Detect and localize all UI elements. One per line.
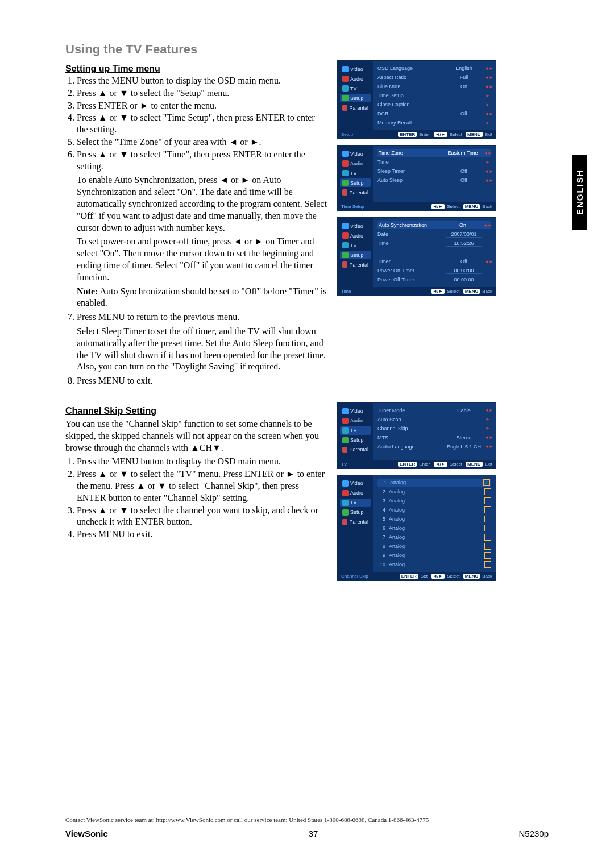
osd-tab-tv: TV [340, 499, 371, 507]
heading-time-menu: Setting up Time menu [65, 64, 327, 74]
video-icon [342, 480, 349, 487]
steps-channel-skip: Press the MENU button to display the OSD… [65, 456, 327, 541]
audio-icon [342, 490, 349, 496]
step: Press ▲ or ▼ to select the "Setup" menu. [77, 88, 327, 99]
step: Press ▲ or ▼ to select the "TV" menu. Pr… [77, 468, 327, 504]
osd-row: Audio LanguageEnglish 5.1 CH◄► [377, 443, 491, 451]
osd-title: TV [341, 462, 347, 467]
audio-icon [342, 418, 349, 424]
video-icon [342, 408, 349, 414]
parental-icon [342, 519, 347, 525]
osd-hints: ENTEREnter ◄/►Select MENUExit [396, 132, 492, 137]
language-tab: ENGLISH [572, 155, 587, 230]
audio-icon [342, 232, 349, 239]
osd-tab-video: Video [340, 407, 371, 416]
setup-icon [342, 180, 349, 186]
osd-row: Aspect RatioFull◄► [377, 73, 491, 81]
osd-row: Auto SynchronizationOn◄► [377, 221, 491, 229]
checkbox-icon [484, 525, 491, 531]
tv-icon [342, 427, 349, 434]
osd-row: Close Caption► [377, 101, 491, 109]
osd-title: Time [341, 289, 351, 294]
osd-row: Date2007/03/01 [377, 230, 491, 238]
osd-tab-audio: Audio [340, 417, 371, 425]
setup-icon [342, 252, 349, 258]
osd-row: Sleep TimerOff◄► [377, 167, 491, 175]
osd-tab-audio: Audio [340, 74, 371, 83]
osd-title: Setup [341, 132, 353, 137]
osd-setup: VideoAudioTVSetupParental OSD LanguageEn… [337, 60, 496, 139]
checkbox-icon [484, 534, 491, 541]
channel-row: 10Analog [377, 560, 491, 568]
audio-icon [342, 76, 349, 82]
osd-tv: VideoAudioTVSetupParental Tuner ModeCabl… [337, 402, 496, 469]
osd-time: VideoAudioTVSetupParental Auto Synchroni… [337, 217, 496, 296]
channel-row: 6Analog [377, 524, 491, 532]
osd-tab-parental: Parental [340, 446, 371, 454]
osd-row: Power On Timer00:00:00 [377, 267, 491, 275]
heading-channel-skip: Channel Skip Setting [65, 406, 327, 416]
osd-row: MTSStereo◄► [377, 434, 491, 442]
parental-icon [342, 189, 347, 196]
steps-time-menu: Press the MENU button to display the OSD… [65, 75, 327, 387]
osd-row: Time18:52:26 [377, 239, 491, 247]
osd-hints: ◄/►Select MENUBack [429, 204, 492, 209]
video-icon [342, 151, 349, 157]
step: Press the MENU button to display the OSD… [77, 456, 327, 468]
osd-tab-tv: TV [340, 169, 371, 177]
osd-tab-tv: TV [340, 241, 371, 250]
osd-row: Time► [377, 158, 491, 166]
step: Press the MENU button to display the OSD… [77, 75, 327, 87]
step: Press MENU to return to the previous men… [77, 312, 327, 373]
channel-row: 3Analog [377, 497, 491, 505]
step: Press ▲ or ▼ to select the channel you w… [77, 505, 327, 529]
osd-tab-audio: Audio [340, 159, 371, 168]
setup-icon [342, 437, 349, 443]
checkbox-icon [484, 516, 491, 522]
osd-title: Channel Skip [341, 574, 368, 579]
osd-tab-setup: Setup [340, 178, 371, 187]
osd-tab-parental: Parental [340, 188, 371, 197]
video-icon [342, 223, 349, 229]
setup-icon [342, 95, 349, 101]
osd-hints: ENTERSet ◄/►Select MENUBack [397, 574, 492, 579]
osd-tab-audio: Audio [340, 489, 371, 497]
step: Press MENU to exit. [77, 375, 327, 387]
osd-tab-video: Video [340, 65, 371, 73]
channel-row: 1Analog [377, 479, 491, 487]
osd-tab-parental: Parental [340, 518, 371, 526]
checkbox-icon [484, 561, 491, 568]
checkbox-icon [484, 497, 491, 504]
tv-icon [342, 170, 349, 176]
channel-row: 5Analog [377, 515, 491, 523]
osd-tab-video: Video [340, 479, 371, 488]
osd-row: DCROff◄► [377, 110, 491, 118]
osd-tab-parental: Parental [340, 103, 371, 112]
checkbox-icon [484, 506, 491, 513]
osd-tab-parental: Parental [340, 260, 371, 269]
channel-row: 7Analog [377, 533, 491, 541]
osd-row: Auto SleepOff◄► [377, 176, 491, 184]
osd-tab-setup: Setup [340, 251, 371, 259]
osd-row: Blue MuteOn◄► [377, 82, 491, 90]
paragraph: Select Sleep Timer to set the off timer,… [77, 326, 327, 373]
osd-tab-tv: TV [340, 84, 371, 93]
osd-tab-audio: Audio [340, 231, 371, 240]
paragraph: You can use the "Channel Skip" function … [65, 418, 327, 454]
channel-row: 2Analog [377, 488, 491, 496]
step: Press ENTER or ► to enter the menu. [77, 100, 327, 112]
osd-row: Channel Skip► [377, 425, 491, 433]
channel-row: 9Analog [377, 551, 491, 559]
parental-icon [342, 447, 347, 453]
checkbox-icon [484, 543, 491, 550]
osd-tab-setup: Setup [340, 436, 371, 445]
osd-row [377, 248, 491, 256]
channel-row: 4Analog [377, 506, 491, 514]
setup-icon [342, 509, 349, 516]
osd-tab-tv: TV [340, 426, 371, 435]
osd-hints: ◄/►Select MENUBack [429, 289, 492, 294]
parental-icon [342, 261, 347, 268]
tv-icon [342, 500, 349, 506]
osd-tab-setup: Setup [340, 508, 371, 517]
audio-icon [342, 160, 349, 167]
